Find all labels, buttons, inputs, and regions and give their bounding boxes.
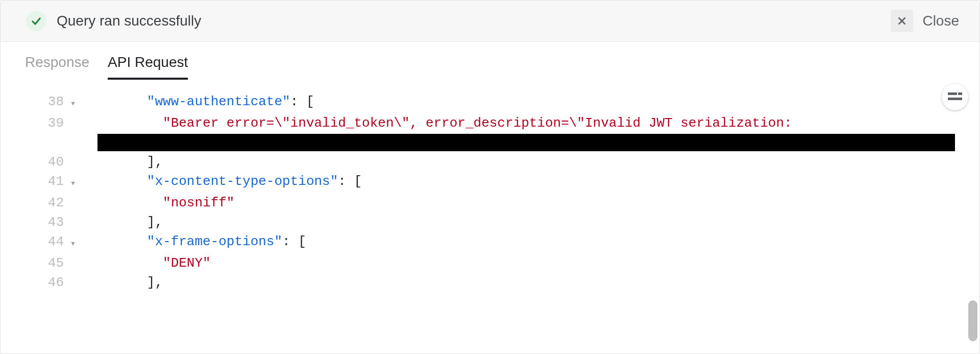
svg-rect-4 bbox=[958, 92, 962, 95]
fold-toggle-icon bbox=[67, 113, 79, 115]
close-icon[interactable] bbox=[891, 10, 913, 32]
line-number: 46 bbox=[1, 273, 67, 292]
tabs: Response API Request bbox=[1, 42, 979, 80]
line-number: 44 bbox=[1, 232, 67, 251]
code-line: 45 "DENY" bbox=[1, 253, 979, 273]
header-right: Close bbox=[891, 10, 959, 32]
close-button[interactable]: Close bbox=[922, 13, 959, 29]
header-left: Query ran successfully bbox=[26, 11, 201, 31]
vertical-scrollbar[interactable] bbox=[968, 300, 977, 341]
code-content: "nosniff" bbox=[79, 193, 979, 213]
code-line: 46 ], bbox=[1, 273, 979, 292]
code-line: 44▾ "x-frame-options": [ bbox=[1, 232, 979, 253]
code-content: ], bbox=[79, 273, 979, 292]
code-content: ], bbox=[79, 152, 979, 172]
svg-rect-2 bbox=[948, 92, 957, 95]
code-content: "Bearer error=\"invalid_token\", error_d… bbox=[79, 113, 979, 133]
status-text: Query ran successfully bbox=[57, 13, 201, 29]
fold-toggle-icon[interactable]: ▾ bbox=[67, 232, 79, 253]
fold-toggle-icon bbox=[67, 253, 79, 255]
fold-toggle-icon[interactable]: ▾ bbox=[67, 92, 79, 113]
success-check-icon bbox=[26, 11, 46, 31]
fold-toggle-icon bbox=[67, 152, 79, 154]
fold-toggle-icon bbox=[67, 273, 79, 275]
code-line: 39 "Bearer error=\"invalid_token\", erro… bbox=[1, 113, 979, 133]
code-line: 40 ], bbox=[1, 152, 979, 172]
line-number: 40 bbox=[1, 152, 67, 172]
code-viewer: 38▾ "www-authenticate": [39 "Bearer erro… bbox=[1, 80, 979, 353]
code-line: 43 ], bbox=[1, 213, 979, 232]
fold-toggle-icon bbox=[67, 193, 79, 195]
fold-toggle-icon[interactable]: ▾ bbox=[67, 172, 79, 193]
query-result-panel: Query ran successfully Close Response AP… bbox=[0, 0, 980, 354]
code-content: "x-content-type-options": [ bbox=[79, 172, 979, 191]
redacted-bar bbox=[1, 133, 979, 152]
code-line: 41▾ "x-content-type-options": [ bbox=[1, 172, 979, 193]
line-number: 43 bbox=[1, 213, 67, 232]
line-number: 45 bbox=[1, 253, 67, 273]
tab-api-request[interactable]: API Request bbox=[108, 54, 188, 80]
code-content: ], bbox=[79, 213, 979, 232]
tab-response[interactable]: Response bbox=[25, 54, 89, 80]
code-line: 42 "nosniff" bbox=[1, 193, 979, 213]
line-number: 42 bbox=[1, 193, 67, 213]
line-number: 38 bbox=[1, 92, 67, 111]
code-content: "www-authenticate": [ bbox=[79, 92, 979, 111]
fold-toggle-icon bbox=[67, 213, 79, 215]
code-line: 38▾ "www-authenticate": [ bbox=[1, 92, 979, 113]
code-content: "DENY" bbox=[79, 253, 979, 273]
wrap-lines-icon[interactable] bbox=[942, 84, 968, 110]
line-number: 41 bbox=[1, 172, 67, 191]
line-number: 39 bbox=[1, 113, 67, 133]
svg-rect-3 bbox=[948, 98, 962, 100]
header-bar: Query ran successfully Close bbox=[1, 1, 979, 42]
code-content: "x-frame-options": [ bbox=[79, 232, 979, 251]
